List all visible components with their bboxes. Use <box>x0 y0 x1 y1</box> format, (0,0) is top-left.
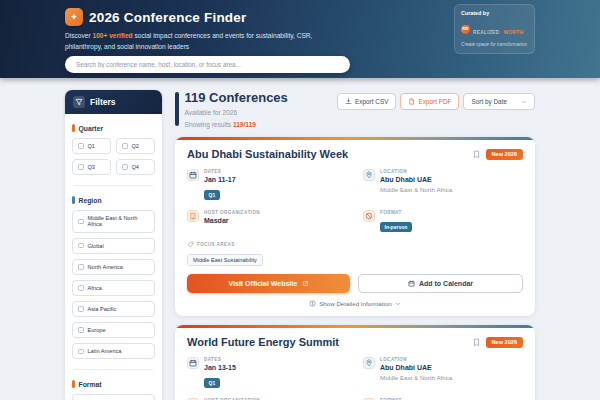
org-name: REALIZED WORTH <box>473 20 523 38</box>
sort-dropdown[interactable]: Sort by Date <box>463 93 535 110</box>
host-value: Masdar <box>204 217 260 224</box>
calendar-icon <box>187 169 199 181</box>
option-label: Latin America <box>88 348 122 354</box>
divider <box>74 185 153 186</box>
dates-label: DATES <box>204 169 236 174</box>
section-label: Format <box>79 381 102 388</box>
focus-areas: FOCUS AREAS Middle East Sustainability <box>187 241 523 266</box>
filter-option-in-person[interactable]: In-person <box>72 394 155 400</box>
section-accent <box>72 196 75 204</box>
option-label: Africa <box>88 285 102 291</box>
show-details-toggle[interactable]: Show Detailed Information <box>187 300 523 307</box>
sparkle-logo-icon: ✦ <box>65 8 83 26</box>
showing-prefix: Showing results <box>185 121 233 128</box>
option-label: North America <box>88 264 123 270</box>
funnel-icon <box>73 96 85 108</box>
checkbox-icon <box>78 306 84 312</box>
map-pin-icon <box>363 357 375 369</box>
curated-by-badge[interactable]: Curated by RW REALIZED WORTH Create spac… <box>454 4 535 54</box>
section-accent <box>72 380 75 388</box>
export-pdf-label: Export PDF <box>418 98 451 105</box>
filter-option-africa[interactable]: Africa <box>72 280 155 296</box>
subtitle-prefix: Discover <box>65 32 92 39</box>
filter-section-quarter: Quarter Q1 Q2 Q3 Q4 <box>72 124 155 175</box>
export-csv-label: Export CSV <box>355 98 388 105</box>
detail-format: FORMAT In-person <box>363 210 523 233</box>
new-badge: New 2026 <box>486 149 524 160</box>
location-value: Abu Dhabi UAE <box>380 364 452 371</box>
showing-value: 119/119 <box>233 121 256 128</box>
filter-option-global[interactable]: Global <box>72 238 155 254</box>
checkbox-icon <box>78 349 84 355</box>
filter-option-north-america[interactable]: North America <box>72 259 155 275</box>
file-icon <box>408 98 415 105</box>
host-label: HOST ORGANIZATION <box>204 210 260 215</box>
chevron-down-icon <box>395 301 401 307</box>
checkbox-icon <box>78 164 84 170</box>
dates-label: DATES <box>204 357 236 362</box>
export-csv-button[interactable]: Export CSV <box>337 93 396 110</box>
dates-value: Jan 13-15 <box>204 364 236 371</box>
option-label: Q1 <box>88 143 95 149</box>
option-label: Middle East & North Africa <box>88 215 150 227</box>
detail-dates: DATES Jan 13-15 Q1 <box>187 357 347 389</box>
option-label: Europe <box>88 327 106 333</box>
filter-option-latin-america[interactable]: Latin America <box>72 343 155 359</box>
format-badge: In-person <box>380 222 412 232</box>
results-subtitle: Available for 2026 <box>185 109 288 116</box>
add-to-calendar-button[interactable]: Add to Calendar <box>358 274 523 293</box>
option-label: Q4 <box>132 164 139 170</box>
filter-option-asia-pacific[interactable]: Asia Pacific <box>72 301 155 317</box>
conference-card: Abu Dhabi Sustainability Week New 2026 <box>175 137 535 316</box>
app-title: 2026 Conference Finder <box>89 10 246 25</box>
checkbox-icon <box>78 264 84 270</box>
format-circle-icon <box>363 210 375 222</box>
location-label: LOCATION <box>380 169 452 174</box>
focus-area-chip[interactable]: Middle East Sustainability <box>187 254 263 266</box>
results-header: 119 Conferences Available for 2026 Showi… <box>175 90 535 128</box>
conference-title: World Future Energy Summit <box>187 336 339 348</box>
app-header: ✦ 2026 Conference Finder Discover 100+ v… <box>0 0 600 78</box>
checkbox-icon <box>78 327 84 333</box>
option-label: Q2 <box>132 143 139 149</box>
app-subtitle: Discover 100+ verified social impact con… <box>65 31 330 52</box>
filter-option-europe[interactable]: Europe <box>72 322 155 338</box>
external-link-icon <box>302 280 309 287</box>
conference-card: World Future Energy Summit New 2026 <box>175 325 535 400</box>
results-showing: Showing results 119/119 <box>185 121 288 128</box>
export-pdf-button[interactable]: Export PDF <box>400 93 459 110</box>
checkbox-icon <box>78 243 84 249</box>
visit-website-button[interactable]: Visit Official Website <box>187 274 350 293</box>
bookmark-icon[interactable] <box>472 150 481 159</box>
visit-website-label: Visit Official Website <box>229 280 298 287</box>
info-icon <box>309 300 316 307</box>
filter-option-q4[interactable]: Q4 <box>116 159 155 175</box>
subtitle-highlight: 100+ verified <box>92 32 132 39</box>
option-label: Asia Pacific <box>88 306 117 312</box>
region-value: Middle East & North Africa <box>380 186 452 193</box>
page: ✦ 2026 Conference Finder Discover 100+ v… <box>0 0 600 400</box>
detail-location: LOCATION Abu Dhabi UAE Middle East & Nor… <box>363 357 523 389</box>
calendar-icon <box>187 357 199 369</box>
results-count-title: 119 Conferences <box>185 90 288 105</box>
filter-option-mena[interactable]: Middle East & North Africa <box>72 210 155 232</box>
show-details-label: Show Detailed Information <box>319 300 392 307</box>
filter-option-q2[interactable]: Q2 <box>116 138 155 154</box>
search-input[interactable] <box>65 56 350 73</box>
filter-option-q1[interactable]: Q1 <box>72 138 111 154</box>
sort-label: Sort by Date <box>471 98 507 105</box>
option-label: Q3 <box>88 164 95 170</box>
location-value: Abu Dhabi UAE <box>380 176 452 183</box>
bookmark-icon[interactable] <box>472 338 481 347</box>
filter-option-q3[interactable]: Q3 <box>72 159 111 175</box>
option-label: Global <box>88 243 104 249</box>
checkbox-icon <box>78 219 84 225</box>
section-accent <box>72 124 75 132</box>
chevron-down-icon <box>521 99 527 105</box>
section-label: Region <box>79 197 102 204</box>
divider <box>74 369 153 370</box>
org-name-primary: REALIZED <box>473 30 499 35</box>
section-label: Quarter <box>79 125 104 132</box>
quarter-badge: Q1 <box>204 190 220 200</box>
filters-header: Filters <box>65 90 162 114</box>
